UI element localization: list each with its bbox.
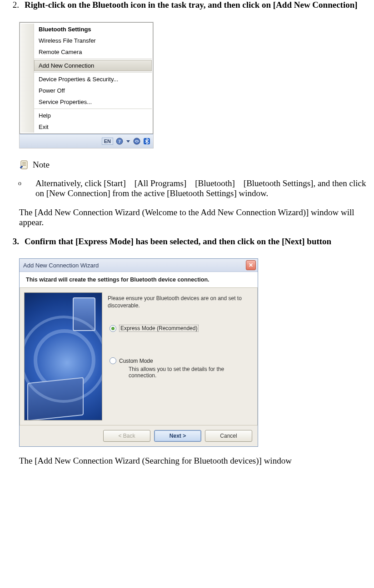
note-icon <box>19 159 30 170</box>
svg-text:?: ? <box>118 138 121 144</box>
menu-item-wireless-file-transfer[interactable]: Wireless File Transfer <box>34 35 152 46</box>
cancel-button[interactable]: Cancel <box>205 430 252 442</box>
tray-bluetooth-icon[interactable] <box>143 138 150 145</box>
menu-item-power-off[interactable]: Power Off <box>34 85 152 96</box>
next-button[interactable]: Next > <box>154 430 201 442</box>
express-mode-label: Express Mode (Recommended) <box>119 325 199 332</box>
screenshot-context-menu: Bluetooth Settings Wireless File Transfe… <box>19 22 154 148</box>
tray-dropdown-icon[interactable] <box>126 138 130 145</box>
tray-network-icon[interactable] <box>133 138 140 145</box>
menu-separator <box>34 59 152 59</box>
menu-item-device-properties[interactable]: Device Properties & Security... <box>34 74 152 85</box>
back-button: < Back <box>103 430 150 442</box>
menu-gutter <box>21 24 34 133</box>
note-label: Note <box>33 160 50 170</box>
tray-language-indicator[interactable]: EN <box>102 138 113 145</box>
close-icon: ✕ <box>249 262 253 268</box>
svg-marker-2 <box>126 140 130 143</box>
laptop-illustration <box>27 377 84 420</box>
menu-item-exit[interactable]: Exit <box>34 121 152 133</box>
taskbar: EN ? <box>20 134 153 148</box>
wizard-banner: This wizard will create the settings for… <box>20 272 258 288</box>
menu-separator <box>34 72 152 73</box>
wizard-instructions: Please ensure your Bluetooth devices are… <box>108 295 250 309</box>
step2-result-text: The [Add New Connection Wizard (Welcome … <box>19 208 369 227</box>
wizard-illustration <box>24 292 102 420</box>
step-title: Confirm that [Express Mode] has been sel… <box>25 237 369 247</box>
step-number: 2. <box>0 0 25 10</box>
screenshot-wizard-dialog: Add New Connection Wizard ✕ This wizard … <box>19 258 258 447</box>
wizard-button-bar: < Back Next > Cancel <box>20 425 258 446</box>
svg-point-3 <box>134 138 140 144</box>
sub-bullet-mark: o <box>18 178 35 198</box>
wizard-title: Add New Connection Wizard <box>23 262 99 269</box>
custom-mode-radio[interactable] <box>110 357 116 364</box>
step3-result-text: The [Add New Connection Wizard (Searchin… <box>19 456 369 466</box>
menu-item-service-properties[interactable]: Service Properties... <box>34 96 152 108</box>
step-title: Right-click on the Bluetooth icon in the… <box>25 0 369 10</box>
custom-mode-subtext: This allows you to set the details for t… <box>129 366 250 379</box>
menu-item-remote-camera[interactable]: Remote Camera <box>34 46 152 58</box>
menu-item-bluetooth-settings[interactable]: Bluetooth Settings <box>34 24 152 35</box>
context-menu: Bluetooth Settings Wireless File Transfe… <box>20 22 153 134</box>
step-number: 3. <box>0 237 25 247</box>
menu-separator <box>34 109 152 109</box>
express-mode-radio[interactable] <box>110 325 116 332</box>
note-alt-text: Alternatively, click [Start] [All Progra… <box>35 178 369 198</box>
custom-mode-label: Custom Mode <box>119 358 153 364</box>
wizard-titlebar: Add New Connection Wizard ✕ <box>20 259 258 272</box>
menu-item-add-new-connection[interactable]: Add New Connection <box>34 60 152 71</box>
tray-help-icon[interactable]: ? <box>116 138 123 145</box>
phone-illustration <box>73 297 95 331</box>
close-button[interactable]: ✕ <box>246 260 256 270</box>
menu-item-help[interactable]: Help <box>34 110 152 121</box>
